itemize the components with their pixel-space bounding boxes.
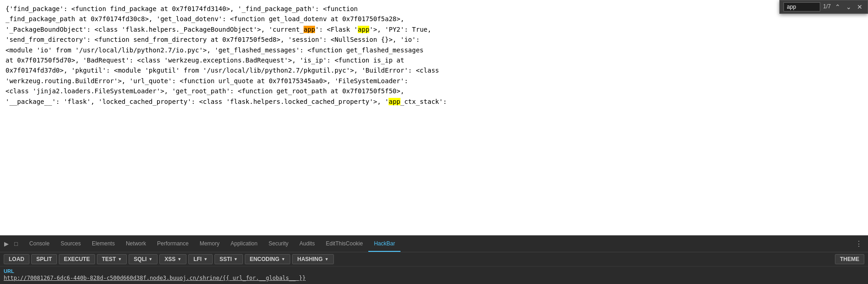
devtools-toolbar: ▶ □ Console Sources Elements Network Per… (0, 235, 868, 252)
hackbar-split-button[interactable]: SPLIT (31, 254, 57, 264)
tab-elements[interactable]: Elements (86, 236, 120, 252)
tab-network[interactable]: Network (120, 236, 152, 252)
hackbar-test-button[interactable]: TEST ▼ (97, 254, 127, 264)
tab-sources[interactable]: Sources (55, 236, 86, 252)
hackbar-lfi-button[interactable]: LFI ▼ (188, 254, 213, 264)
tab-application[interactable]: Application (225, 236, 263, 252)
hackbar-buttons-row: LOAD SPLIT EXECUTE TEST ▼ SQLI ▼ XSS ▼ L… (0, 252, 868, 266)
tab-editthiscookie[interactable]: EditThisCookie (320, 236, 368, 252)
tab-console[interactable]: Console (24, 236, 55, 252)
tab-audits[interactable]: Audits (294, 236, 320, 252)
hackbar-hashing-button[interactable]: HASHING ▼ (292, 254, 333, 264)
hackbar-execute-button[interactable]: EXECUTE (59, 254, 95, 264)
tab-performance[interactable]: Performance (152, 236, 194, 252)
search-close-button[interactable]: ✕ (856, 4, 864, 10)
code-output: {'find_package': <function find_package … (6, 4, 862, 107)
ssti-dropdown-arrow: ▼ (234, 257, 238, 261)
inspect-icon-btn[interactable]: □ (12, 239, 20, 249)
hackbar-theme-button[interactable]: THEME (835, 254, 864, 264)
hackbar-sqli-button[interactable]: SQLI ▼ (129, 254, 158, 264)
hackbar-url-label: URL (4, 268, 864, 274)
lfi-dropdown-arrow: ▼ (203, 257, 208, 261)
highlight-app-3: app (389, 98, 400, 105)
cursor-icon-btn[interactable]: ▶ (2, 239, 11, 249)
more-tabs-button[interactable]: ⋮ (851, 239, 866, 248)
tab-hackbar[interactable]: HackBar (368, 236, 400, 252)
search-next-button[interactable]: ⌄ (845, 4, 853, 10)
test-dropdown-arrow: ▼ (118, 257, 122, 261)
search-counter: 1/7 (823, 2, 831, 11)
devtools-tabs: Console Sources Elements Network Perform… (24, 236, 851, 252)
search-prev-button[interactable]: ⌃ (834, 4, 842, 10)
search-popup: 1/7 ⌃ ⌄ ✕ (779, 0, 868, 14)
hackbar-xss-button[interactable]: XSS ▼ (159, 254, 186, 264)
hackbar-ssti-button[interactable]: SSTI ▼ (214, 254, 243, 264)
highlight-app-2: app (358, 26, 369, 33)
encoding-dropdown-arrow: ▼ (281, 257, 285, 261)
url-text: http://70081267-6dc6-440b-828d-c500d660d… (4, 275, 305, 281)
hackbar-panel: LOAD SPLIT EXECUTE TEST ▼ SQLI ▼ XSS ▼ L… (0, 252, 868, 284)
devtools-icons: ▶ □ (2, 239, 20, 249)
xss-dropdown-arrow: ▼ (177, 257, 181, 261)
hackbar-load-button[interactable]: LOAD (4, 254, 29, 264)
hackbar-encoding-button[interactable]: ENCODING ▼ (245, 254, 291, 264)
sqli-dropdown-arrow: ▼ (148, 257, 152, 261)
highlight-app-1: app (304, 26, 315, 33)
hashing-dropdown-arrow: ▼ (325, 257, 329, 261)
tab-security[interactable]: Security (263, 236, 294, 252)
tab-memory[interactable]: Memory (194, 236, 225, 252)
hackbar-url-section: URL http://70081267-6dc6-440b-828d-c500d… (0, 266, 868, 284)
search-input[interactable] (783, 2, 820, 11)
main-content-area: 1/7 ⌃ ⌄ ✕ {'find_package': <function fin… (0, 0, 868, 235)
hackbar-url-value[interactable]: http://70081267-6dc6-440b-828d-c500d660d… (4, 275, 864, 281)
